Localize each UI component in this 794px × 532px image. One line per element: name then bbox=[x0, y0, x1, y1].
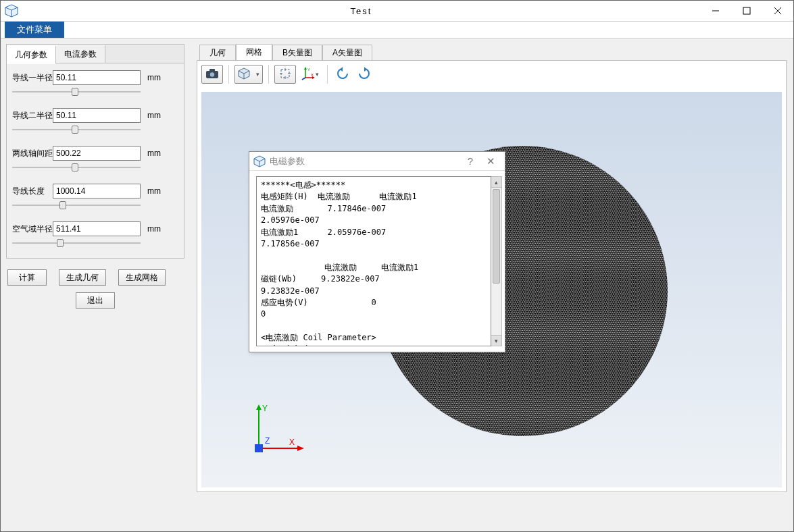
view-cube-button[interactable]: ▾ bbox=[234, 65, 263, 84]
tab-geometry-params[interactable]: 几何参数 bbox=[7, 45, 56, 64]
gen-geometry-button[interactable]: 生成几何 bbox=[59, 269, 106, 286]
axis-x-label: X bbox=[289, 437, 295, 447]
maximize-button[interactable] bbox=[731, 1, 762, 21]
svg-marker-26 bbox=[256, 404, 262, 410]
geometry-panel: 几何参数 电流参数 导线一半径 mm 导线二半径 mm bbox=[6, 44, 184, 259]
chevron-down-icon: ▾ bbox=[316, 71, 319, 78]
xyz-axes-icon: Y X bbox=[301, 67, 315, 82]
slider-air-radius[interactable] bbox=[12, 238, 141, 248]
fit-view-button[interactable] bbox=[274, 65, 296, 84]
viewport-area: 几何 网格 B矢量图 A矢量图 bbox=[190, 38, 793, 531]
label-air-radius: 空气域半径 bbox=[12, 223, 53, 235]
view-tab-geometry[interactable]: 几何 bbox=[199, 45, 236, 61]
sidebar: 几何参数 电流参数 导线一半径 mm 导线二半径 mm bbox=[1, 38, 190, 531]
gen-mesh-button[interactable]: 生成网格 bbox=[118, 269, 166, 286]
cube-view-icon bbox=[238, 68, 250, 82]
svg-text:X: X bbox=[311, 73, 314, 77]
input-air-radius[interactable] bbox=[53, 221, 141, 236]
axis-y-label: Y bbox=[262, 404, 268, 413]
view-toolbar: ▾ bbox=[197, 61, 786, 88]
menu-bar: 文件菜单 bbox=[1, 21, 793, 38]
input-wire-length[interactable] bbox=[53, 184, 141, 198]
viewport: ▾ bbox=[197, 60, 787, 492]
scroll-thumb[interactable] bbox=[493, 189, 500, 284]
menu-file[interactable]: 文件菜单 bbox=[5, 22, 64, 38]
chevron-down-icon: ▾ bbox=[256, 71, 259, 78]
unit-mm: mm bbox=[147, 186, 161, 196]
dialog-close-button[interactable]: ✕ bbox=[480, 155, 501, 167]
close-button[interactable] bbox=[762, 1, 793, 21]
unit-mm: mm bbox=[147, 224, 161, 234]
rotate-left-button[interactable] bbox=[333, 65, 352, 84]
exit-button[interactable]: 退出 bbox=[76, 292, 115, 309]
slider-wire2-radius[interactable] bbox=[12, 124, 141, 135]
label-wire1-radius: 导线一半径 bbox=[12, 72, 53, 84]
unit-mm: mm bbox=[147, 111, 161, 120]
tab-current-params[interactable]: 电流参数 bbox=[56, 45, 105, 63]
slider-wire1-radius[interactable] bbox=[12, 86, 141, 97]
render-canvas[interactable]: Y X Z 电磁参数 bbox=[201, 92, 782, 487]
rotate-right-icon bbox=[357, 67, 372, 82]
em-params-dialog: 电磁参数 ? ✕ ▴ ▾ bbox=[249, 151, 505, 352]
title-bar: Test bbox=[1, 1, 793, 21]
input-wire1-radius[interactable] bbox=[53, 70, 141, 85]
camera-icon bbox=[205, 68, 219, 81]
svg-text:Y: Y bbox=[307, 68, 310, 72]
svg-rect-29 bbox=[255, 444, 263, 452]
dialog-scrollbar[interactable]: ▴ ▾ bbox=[491, 176, 502, 346]
slider-wire-length[interactable] bbox=[12, 200, 141, 211]
svg-rect-3 bbox=[743, 7, 750, 14]
axes-button[interactable]: Y X ▾ bbox=[299, 65, 322, 84]
screenshot-button[interactable] bbox=[201, 65, 223, 84]
svg-marker-17 bbox=[304, 67, 307, 70]
slider-axis-distance[interactable] bbox=[12, 162, 141, 173]
svg-marker-24 bbox=[364, 67, 367, 72]
dialog-text[interactable] bbox=[256, 176, 491, 346]
svg-marker-23 bbox=[340, 67, 343, 72]
app-window: Test 文件菜单 几何参数 电流参数 导线一半径 mm bbox=[0, 0, 794, 532]
axis-z-label: Z bbox=[265, 436, 270, 446]
dialog-title: 电磁参数 bbox=[270, 155, 460, 167]
app-icon bbox=[5, 4, 18, 18]
unit-mm: mm bbox=[147, 149, 161, 158]
svg-point-8 bbox=[210, 72, 214, 76]
fit-icon bbox=[279, 68, 291, 82]
view-tab-mesh[interactable]: 网格 bbox=[236, 44, 272, 60]
label-axis-distance: 两线轴间距 bbox=[12, 148, 53, 159]
scroll-up-button[interactable]: ▴ bbox=[491, 177, 501, 188]
dialog-icon bbox=[253, 155, 266, 167]
scroll-down-button[interactable]: ▾ bbox=[491, 335, 501, 346]
svg-line-20 bbox=[302, 78, 305, 80]
svg-rect-7 bbox=[209, 69, 215, 72]
input-axis-distance[interactable] bbox=[53, 146, 141, 161]
calc-button[interactable]: 计算 bbox=[7, 269, 47, 286]
label-wire2-radius: 导线二半径 bbox=[12, 110, 53, 122]
rotate-left-icon bbox=[335, 67, 350, 82]
unit-mm: mm bbox=[147, 73, 161, 82]
label-wire-length: 导线长度 bbox=[12, 186, 53, 197]
dialog-help-button[interactable]: ? bbox=[460, 155, 480, 167]
rotate-right-button[interactable] bbox=[355, 65, 374, 84]
window-title: Test bbox=[22, 6, 700, 16]
view-tab-a-vector[interactable]: A矢量图 bbox=[322, 45, 372, 61]
minimize-button[interactable] bbox=[700, 1, 731, 21]
view-tab-b-vector[interactable]: B矢量图 bbox=[272, 45, 322, 61]
svg-marker-28 bbox=[297, 446, 304, 451]
input-wire2-radius[interactable] bbox=[53, 108, 141, 123]
axis-gizmo: Y X Z bbox=[249, 404, 309, 460]
